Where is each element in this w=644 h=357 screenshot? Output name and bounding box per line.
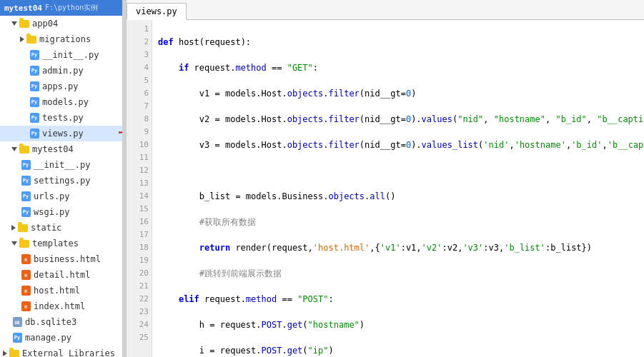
tree-label-settings-py: settings.py	[34, 176, 90, 186]
html-icon-host: H	[20, 285, 31, 296]
expand-arrow-templates	[11, 241, 17, 246]
tree-item-tests-py[interactable]: Py tests.py	[0, 110, 122, 126]
tree-label-templates: templates	[32, 238, 79, 248]
py-icon-apps: Py	[29, 81, 40, 92]
html-icon-business: H	[20, 253, 31, 265]
code-line-2: if request.method == "GET":	[158, 61, 644, 74]
tree-item-static[interactable]: static	[0, 220, 122, 236]
tree-label-external-libraries: External Libraries	[22, 348, 115, 357]
tree-item-init-py1[interactable]: Py __init__.py	[0, 47, 122, 63]
code-line-8: #获取所有数据	[158, 216, 644, 228]
project-path: F:\python实例	[45, 3, 98, 13]
html-icon-detail: H	[20, 269, 31, 281]
code-content[interactable]: def host(request): if request.method == …	[152, 20, 644, 357]
code-line-12: h = request.POST.get("hostname")	[158, 318, 644, 331]
expand-arrow-external	[3, 351, 7, 356]
code-line-4: v2 = models.Host.objects.filter(nid__gt=…	[158, 113, 644, 126]
tab-label-views-py: views.py	[136, 6, 177, 16]
tree-item-app04[interactable]: app04	[0, 16, 122, 31]
py-icon-models: Py	[29, 96, 40, 108]
code-area[interactable]: 12345 678910 1112131415 1617181920 21222…	[127, 20, 644, 357]
py-icon-urls: Py	[20, 191, 31, 202]
tree-label-init-py2: __init__.py	[34, 160, 90, 170]
tree-item-wsgi-py[interactable]: Py wsgi.py	[0, 204, 122, 220]
py-icon-wsgi: Py	[20, 206, 31, 218]
tree-item-models-py[interactable]: Py models.py	[0, 94, 122, 110]
py-icon-init1: Py	[29, 49, 40, 61]
tree-item-business-html[interactable]: H business.html	[0, 251, 122, 267]
tree-label-migrations: migrations	[39, 34, 91, 44]
tree-item-views-py[interactable]: Py views.py	[0, 126, 122, 141]
py-icon-init2: Py	[20, 159, 31, 171]
tree-item-index-html[interactable]: H index.html	[0, 298, 122, 314]
tree-label-index-html: index.html	[34, 301, 85, 311]
project-title-text: mytest04	[4, 4, 42, 13]
expand-arrow-migrations	[20, 36, 24, 42]
tree-item-db-sqlite3[interactable]: DB db.sqlite3	[0, 314, 122, 330]
tree-item-detail-html[interactable]: H detail.html	[0, 267, 122, 283]
tree-label-manage-py: manage.py	[25, 333, 71, 343]
tree-label-init-py1: __init__.py	[42, 50, 99, 60]
code-editor: views.py 12345 678910 1112131415 1617181…	[127, 0, 644, 357]
tree-label-urls-py: urls.py	[34, 191, 70, 201]
tree-label-static: static	[31, 223, 61, 233]
code-line-5: v3 = models.Host.objects.filter(nid__gt=…	[158, 139, 644, 151]
tree-item-admin-py[interactable]: Py admin.py	[0, 63, 122, 79]
tree-item-settings-py[interactable]: Py settings.py	[0, 173, 122, 188]
tree-label-app04: app04	[32, 19, 58, 29]
code-line-13: i = request.POST.get("ip")	[158, 344, 644, 357]
py-icon-admin: Py	[29, 65, 40, 76]
tree-label-tests-py: tests.py	[42, 113, 84, 123]
tree-item-mytest04[interactable]: mytest04	[0, 141, 122, 157]
tab-views-py[interactable]: views.py	[127, 3, 187, 20]
tree-item-init-py2[interactable]: Py __init__.py	[0, 157, 122, 173]
file-tree-sidebar: mytest04 F:\python实例 app04 migrations Py…	[0, 0, 123, 357]
tree-label-mytest04: mytest04	[32, 144, 74, 154]
editor-tab-bar: views.py	[127, 0, 644, 20]
tree-label-apps-py: apps.py	[42, 81, 79, 91]
tree-item-migrations[interactable]: migrations	[0, 31, 122, 47]
tree-label-models-py: models.py	[42, 97, 89, 107]
tree-label-views-py: views.py	[42, 129, 84, 139]
html-icon-index: H	[20, 301, 31, 312]
tree-item-host-html[interactable]: H host.html	[0, 283, 122, 298]
py-icon-tests: Py	[29, 112, 40, 124]
code-line-11: elif request.method == "POST":	[158, 293, 644, 306]
folder-icon-static	[17, 222, 29, 233]
tree-label-wsgi-py: wsgi.py	[34, 207, 70, 217]
py-icon-views: Py	[29, 128, 40, 139]
expand-arrow-mytest04	[11, 147, 17, 151]
code-line-9: return render(request,'host.html',{'v1':…	[158, 241, 644, 254]
code-line-1: def host(request):	[158, 36, 644, 49]
code-line-3: v1 = models.Host.objects.filter(nid__gt=…	[158, 87, 644, 100]
py-icon-manage: Py	[11, 332, 23, 343]
line-numbers: 12345 678910 1112131415 1617181920 21222…	[127, 20, 152, 357]
tree-label-admin-py: admin.py	[42, 66, 84, 76]
code-line-7: b_list = models.Business.objects.all()	[158, 190, 644, 203]
project-title: mytest04 F:\python实例	[0, 0, 122, 16]
tree-item-templates[interactable]: templates	[0, 236, 122, 251]
tree-label-detail-html: detail.html	[34, 270, 90, 280]
expand-arrow-static	[11, 225, 16, 231]
folder-icon-migrations	[26, 34, 37, 45]
tree-label-db-sqlite3: db.sqlite3	[25, 317, 76, 327]
tree-item-external-libraries[interactable]: External Libraries	[0, 346, 122, 357]
folder-icon-mytest04	[19, 144, 30, 155]
code-line-6	[158, 164, 644, 177]
tree-label-host-html: host.html	[34, 286, 80, 296]
folder-icon-app04	[19, 18, 30, 29]
tree-item-urls-py[interactable]: Py urls.py	[0, 188, 122, 204]
tree-label-business-html: business.html	[34, 254, 101, 264]
code-line-10: #跳转到前端展示数据	[158, 267, 644, 280]
py-icon-settings: Py	[20, 175, 31, 186]
expand-arrow-app04	[11, 21, 17, 26]
tree-item-manage-py[interactable]: Py manage.py	[0, 330, 122, 346]
tree-item-apps-py[interactable]: Py apps.py	[0, 79, 122, 94]
folder-icon-external	[9, 348, 20, 357]
folder-icon-templates	[19, 238, 30, 249]
db-icon: DB	[11, 316, 23, 328]
